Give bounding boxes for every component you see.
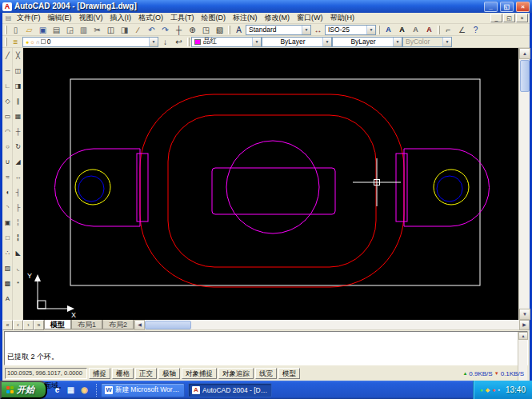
- text-style-a2-button[interactable]: A: [395, 24, 409, 35]
- chamfer-tool[interactable]: ◣: [13, 245, 23, 261]
- left-lug-outline[interactable]: [55, 149, 141, 226]
- make-block-tool[interactable]: □: [2, 230, 13, 245]
- stretch-tool[interactable]: ↔: [13, 170, 23, 185]
- tray-network-icon[interactable]: ●: [492, 381, 495, 399]
- text-style-icon[interactable]: A: [232, 24, 246, 35]
- quicklaunch-media-player-icon[interactable]: ◉: [78, 384, 90, 397]
- left-lug-neck[interactable]: [137, 154, 148, 221]
- insert-block-tool[interactable]: ▣: [2, 215, 13, 230]
- circle-tool[interactable]: ○: [2, 139, 13, 154]
- chevron-down-icon[interactable]: ▼: [366, 26, 375, 34]
- rotate-tool[interactable]: ↻: [13, 139, 23, 154]
- tray-input-icon[interactable]: ▪: [498, 381, 499, 399]
- scroll-left-button[interactable]: ◀: [134, 320, 145, 330]
- chevron-down-icon[interactable]: ▼: [252, 38, 261, 46]
- part-outer-outline[interactable]: [140, 94, 404, 287]
- next-tab-button[interactable]: ›: [23, 320, 34, 330]
- first-tab-button[interactable]: «: [2, 320, 13, 330]
- linetype-combo[interactable]: ByLayer ▼: [262, 37, 332, 47]
- tab-layout1[interactable]: 布局1: [71, 320, 102, 329]
- dim-style-icon[interactable]: ↔: [311, 24, 325, 35]
- child-restore-button[interactable]: ◱: [503, 14, 515, 22]
- explode-tool[interactable]: *: [13, 276, 23, 291]
- erase-tool[interactable]: ╳: [13, 48, 23, 63]
- right-lug-outline[interactable]: [404, 149, 490, 226]
- toolbar-grip[interactable]: [378, 26, 380, 34]
- horizontal-scroll-thumb[interactable]: [145, 321, 191, 329]
- zoom-realtime-icon[interactable]: ⊕: [186, 24, 199, 35]
- publish-icon[interactable]: ▥: [77, 24, 90, 35]
- minimize-button[interactable]: _: [484, 2, 498, 12]
- center-boss-circle[interactable]: [226, 141, 319, 233]
- help-icon[interactable]: ?: [469, 24, 482, 35]
- layer-previous-icon[interactable]: ↩: [172, 36, 186, 47]
- menu-format[interactable]: 格式(O): [135, 13, 166, 23]
- grid-toggle[interactable]: 栅格: [112, 368, 134, 379]
- dim-linear-icon[interactable]: ⌐: [442, 24, 455, 35]
- menu-insert[interactable]: 插入(I): [107, 13, 135, 23]
- scroll-right-button[interactable]: ▶: [519, 320, 530, 330]
- array-tool[interactable]: ▦: [13, 109, 23, 124]
- toolbar-grip[interactable]: [228, 26, 230, 34]
- model-space-toggle[interactable]: 模型: [278, 368, 300, 379]
- snap-toggle[interactable]: 捕捉: [89, 368, 110, 379]
- color-combo[interactable]: 品红 ▼: [191, 37, 262, 47]
- redo-icon[interactable]: ↷: [158, 24, 172, 35]
- start-button[interactable]: 开始: [0, 381, 47, 399]
- chevron-down-icon[interactable]: ▼: [393, 38, 402, 46]
- menu-draw[interactable]: 绘图(D): [198, 13, 230, 23]
- right-hole-outer[interactable]: [434, 170, 469, 205]
- line-tool[interactable]: ╱: [2, 48, 13, 63]
- tab-model[interactable]: 模型: [44, 320, 71, 329]
- left-hole-inner[interactable]: [78, 176, 104, 201]
- restore-button[interactable]: ◱: [500, 2, 514, 12]
- rectangle-tool[interactable]: ▭: [2, 109, 13, 124]
- quicklaunch-ie-icon[interactable]: e: [51, 384, 63, 397]
- polar-toggle[interactable]: 极轴: [158, 368, 180, 379]
- spline-tool[interactable]: ≈: [2, 170, 13, 185]
- hatch-tool[interactable]: ▨: [2, 261, 13, 276]
- toolbar-grip[interactable]: [438, 26, 440, 34]
- lineweight-toggle[interactable]: 线宽: [255, 368, 277, 379]
- arc-tool[interactable]: ◠: [2, 124, 13, 139]
- chevron-down-icon[interactable]: ▼: [149, 38, 158, 46]
- plot-preview-icon[interactable]: ◲: [63, 24, 77, 35]
- vertical-scroll-track[interactable]: [519, 93, 530, 309]
- center-slot-rect[interactable]: [212, 168, 335, 214]
- scale-tool[interactable]: ◢: [13, 154, 23, 170]
- text-style-a3-button[interactable]: A: [409, 24, 422, 35]
- point-tool[interactable]: ∴: [2, 245, 13, 261]
- dim-style-combo[interactable]: ISO-25 ▼: [325, 25, 376, 35]
- dim-angular-icon[interactable]: ∠: [455, 24, 469, 35]
- task-autocad[interactable]: A AutoCAD 2004 - [Dra...: [188, 383, 272, 397]
- taskbar-clock[interactable]: 13:40: [506, 385, 526, 394]
- menu-tools[interactable]: 工具(T): [167, 13, 198, 23]
- text-style-combo[interactable]: Standard ▼: [246, 25, 311, 35]
- extend-tool[interactable]: ├: [13, 200, 23, 215]
- offset-tool[interactable]: ∥: [13, 94, 23, 109]
- copy-object-tool[interactable]: ◫: [13, 63, 23, 78]
- last-tab-button[interactable]: »: [34, 320, 44, 330]
- menu-modify[interactable]: 修改(M): [262, 13, 294, 23]
- horizontal-scrollbar[interactable]: ◀ ▶: [134, 320, 530, 329]
- prev-tab-button[interactable]: ‹: [13, 320, 23, 330]
- open-file-icon[interactable]: ▱: [22, 24, 36, 35]
- layers-icon[interactable]: ≡: [9, 36, 22, 47]
- ortho-toggle[interactable]: 正交: [135, 368, 157, 379]
- drawing-canvas[interactable]: Y X: [23, 48, 518, 320]
- child-minimize-button[interactable]: _: [490, 14, 502, 22]
- text-style-a1-button[interactable]: A: [382, 24, 395, 35]
- right-lug-neck[interactable]: [396, 154, 407, 221]
- ellipse-tool[interactable]: ◖: [2, 185, 13, 200]
- scroll-down-button[interactable]: ▼: [519, 309, 530, 320]
- save-icon[interactable]: ▣: [36, 24, 50, 35]
- mirror-tool[interactable]: ◨: [13, 78, 23, 94]
- ellipse-arc-tool[interactable]: ◝: [2, 200, 13, 215]
- break-at-point-tool[interactable]: ╎: [13, 215, 23, 230]
- make-object-layer-current-icon[interactable]: ↓: [158, 36, 172, 47]
- menu-file[interactable]: 文件(F): [14, 13, 44, 23]
- new-file-icon[interactable]: ▯: [9, 24, 22, 35]
- revision-cloud-tool[interactable]: ∪: [2, 154, 13, 170]
- task-word[interactable]: W 新建 Microsoft Word ...: [101, 383, 185, 397]
- quicklaunch-show-desktop-icon[interactable]: ▦: [65, 384, 77, 397]
